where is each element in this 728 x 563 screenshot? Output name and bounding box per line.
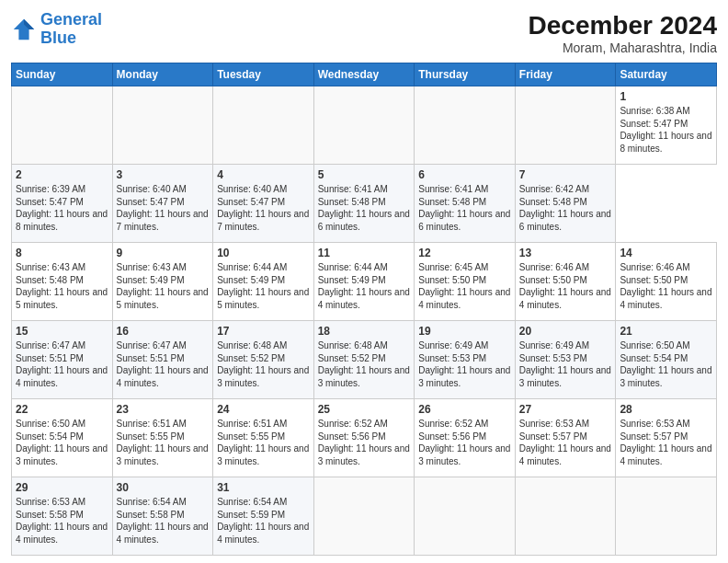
calendar-cell: 24Sunrise: 6:51 AMSunset: 5:55 PMDayligh… [213,399,314,477]
day-number: 10 [217,246,310,260]
calendar-cell: 25Sunrise: 6:52 AMSunset: 5:56 PMDayligh… [313,399,415,477]
calendar-cell: 5Sunrise: 6:41 AMSunset: 5:48 PMDaylight… [313,165,415,243]
day-number: 1 [620,89,712,104]
calendar-week-row: 2Sunrise: 6:39 AMSunset: 5:47 PMDaylight… [12,165,717,243]
day-header-friday: Friday [515,63,616,86]
day-number: 29 [16,480,108,495]
day-number: 4 [217,167,310,182]
day-number: 13 [519,246,612,260]
day-number: 9 [117,246,210,260]
calendar-week-row: 29Sunrise: 6:53 AMSunset: 5:58 PMDayligh… [12,477,717,556]
calendar-cell [515,477,616,556]
calendar-cell: 1Sunrise: 6:38 AMSunset: 5:47 PMDaylight… [616,86,717,165]
main-title: December 2024 [529,11,717,40]
calendar-cell [415,86,516,165]
day-header-wednesday: Wednesday [313,63,415,86]
calendar-cell: 12Sunrise: 6:45 AMSunset: 5:50 PMDayligh… [415,243,516,321]
calendar-cell: 26Sunrise: 6:52 AMSunset: 5:56 PMDayligh… [415,399,516,477]
subtitle: Moram, Maharashtra, India [529,40,717,55]
day-number: 12 [418,246,511,260]
page: General Blue December 2024 Moram, Mahara… [0,0,728,563]
day-number: 21 [620,324,712,339]
day-number: 5 [318,167,411,182]
calendar-cell: 2Sunrise: 6:39 AMSunset: 5:47 PMDaylight… [12,165,113,243]
day-number: 30 [117,480,210,495]
calendar-cell [213,86,314,165]
day-number: 7 [519,167,612,182]
calendar-cell: 13Sunrise: 6:46 AMSunset: 5:50 PMDayligh… [515,243,616,321]
calendar-cell: 10Sunrise: 6:44 AMSunset: 5:49 PMDayligh… [213,243,314,321]
calendar-week-row: 8Sunrise: 6:43 AMSunset: 5:48 PMDaylight… [12,243,717,321]
calendar-cell: 29Sunrise: 6:53 AMSunset: 5:58 PMDayligh… [12,477,113,556]
calendar-cell: 27Sunrise: 6:53 AMSunset: 5:57 PMDayligh… [515,399,616,477]
calendar-cell: 22Sunrise: 6:50 AMSunset: 5:54 PMDayligh… [12,399,113,477]
calendar-cell: 3Sunrise: 6:40 AMSunset: 5:47 PMDaylight… [112,165,213,243]
calendar-cell: 4Sunrise: 6:40 AMSunset: 5:47 PMDaylight… [213,165,314,243]
day-number: 17 [217,324,310,339]
calendar-header-row: SundayMondayTuesdayWednesdayThursdayFrid… [12,63,717,86]
day-number: 18 [318,324,411,339]
calendar-table: SundayMondayTuesdayWednesdayThursdayFrid… [11,63,717,556]
calendar-cell: 28Sunrise: 6:53 AMSunset: 5:57 PMDayligh… [616,399,717,477]
day-header-monday: Monday [112,63,213,86]
day-number: 6 [418,167,511,182]
logo: General Blue [11,11,102,48]
day-header-tuesday: Tuesday [213,63,314,86]
day-number: 11 [318,246,411,260]
day-header-sunday: Sunday [12,63,113,86]
day-number: 27 [519,402,612,417]
calendar-cell [616,477,717,556]
day-number: 14 [620,246,712,260]
calendar-cell: 18Sunrise: 6:48 AMSunset: 5:52 PMDayligh… [313,321,415,399]
calendar-cell: 16Sunrise: 6:47 AMSunset: 5:51 PMDayligh… [112,321,213,399]
calendar-cell [313,477,415,556]
day-number: 20 [519,324,612,339]
calendar-cell [415,477,516,556]
day-number: 8 [16,246,108,260]
day-number: 2 [16,167,108,182]
calendar-cell: 6Sunrise: 6:41 AMSunset: 5:48 PMDaylight… [415,165,516,243]
calendar-cell: 31Sunrise: 6:54 AMSunset: 5:59 PMDayligh… [213,477,314,556]
calendar-cell: 14Sunrise: 6:46 AMSunset: 5:50 PMDayligh… [616,243,717,321]
calendar-cell: 23Sunrise: 6:51 AMSunset: 5:55 PMDayligh… [112,399,213,477]
day-number: 16 [117,324,210,339]
day-number: 24 [217,402,310,417]
day-number: 22 [16,402,108,417]
day-number: 19 [418,324,511,339]
day-number: 28 [620,402,712,417]
calendar-cell: 21Sunrise: 6:50 AMSunset: 5:54 PMDayligh… [616,321,717,399]
calendar-week-row: 1Sunrise: 6:38 AMSunset: 5:47 PMDaylight… [12,86,717,165]
calendar-cell [515,86,616,165]
day-number: 15 [16,324,108,339]
day-number: 23 [117,402,210,417]
day-header-saturday: Saturday [616,63,717,86]
calendar-cell [12,86,113,165]
logo-text: General Blue [40,11,102,48]
day-number: 26 [418,402,511,417]
day-number: 31 [217,480,310,495]
calendar-cell: 30Sunrise: 6:54 AMSunset: 5:58 PMDayligh… [112,477,213,556]
calendar-cell: 9Sunrise: 6:43 AMSunset: 5:49 PMDaylight… [112,243,213,321]
calendar-cell: 8Sunrise: 6:43 AMSunset: 5:48 PMDaylight… [12,243,113,321]
day-number: 3 [117,167,210,182]
calendar-cell [112,86,213,165]
calendar-cell: 19Sunrise: 6:49 AMSunset: 5:53 PMDayligh… [415,321,516,399]
calendar-cell: 15Sunrise: 6:47 AMSunset: 5:51 PMDayligh… [12,321,113,399]
day-header-thursday: Thursday [415,63,516,86]
logo-icon [11,17,37,42]
calendar-cell: 11Sunrise: 6:44 AMSunset: 5:49 PMDayligh… [313,243,415,321]
calendar-week-row: 22Sunrise: 6:50 AMSunset: 5:54 PMDayligh… [12,399,717,477]
day-number: 25 [318,402,411,417]
header: General Blue December 2024 Moram, Mahara… [11,11,717,55]
calendar-cell [313,86,415,165]
calendar-week-row: 15Sunrise: 6:47 AMSunset: 5:51 PMDayligh… [12,321,717,399]
calendar-cell: 17Sunrise: 6:48 AMSunset: 5:52 PMDayligh… [213,321,314,399]
title-block: December 2024 Moram, Maharashtra, India [529,11,717,55]
calendar-cell: 20Sunrise: 6:49 AMSunset: 5:53 PMDayligh… [515,321,616,399]
calendar-cell: 7Sunrise: 6:42 AMSunset: 5:48 PMDaylight… [515,165,616,243]
